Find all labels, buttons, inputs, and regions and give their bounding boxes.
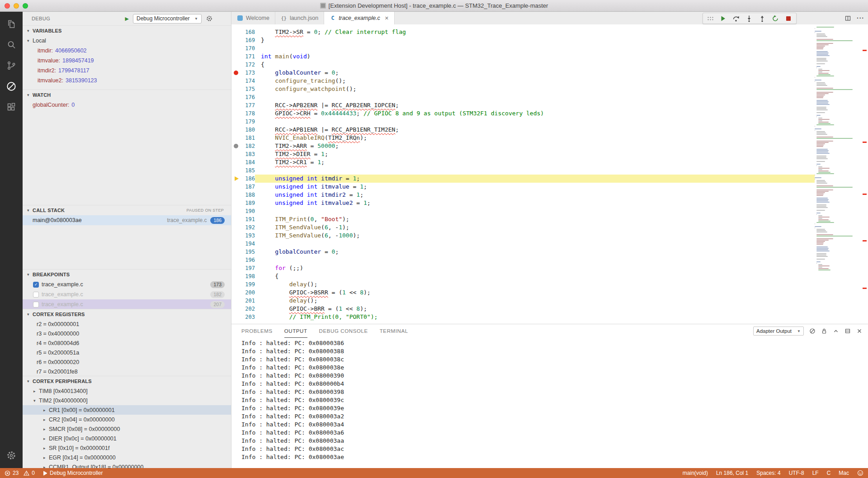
peripheral-row[interactable]: ▸EGR [0x14] = 0x00000000 — [23, 453, 231, 462]
code-text[interactable]: for (;;) — [255, 264, 815, 272]
start-debug-button[interactable]: ▶ — [125, 16, 129, 21]
variable-row[interactable]: itmdir2:1799478117 — [23, 66, 231, 76]
tab-launch-json[interactable]: {}launch.json — [275, 12, 324, 24]
code-text[interactable]: configure_tracing(); — [255, 77, 815, 85]
code-text[interactable]: { — [255, 61, 815, 69]
code-text[interactable] — [255, 118, 815, 126]
search-icon[interactable] — [0, 34, 23, 55]
code-text[interactable]: GPIOC->BRR = (1 << 8); — [255, 305, 815, 313]
code-text[interactable] — [255, 240, 815, 248]
variable-row[interactable]: itmvalue2:3815390123 — [23, 76, 231, 85]
step-into-button[interactable] — [745, 15, 753, 22]
panel-tab-output[interactable]: OUTPUT — [284, 324, 307, 338]
variable-row[interactable]: itmdir:4066950602 — [23, 46, 231, 56]
maximize-window-button[interactable] — [23, 3, 28, 9]
watch-row[interactable]: globalCounter:0 — [23, 100, 231, 110]
code-text[interactable]: globalCounter = 0; — [255, 248, 815, 256]
call-stack-section-header[interactable]: ▾ CALL STACK PAUSED ON STEP — [23, 205, 231, 215]
code-text[interactable]: GPIOC->CRH = 0x44444433; // GPIOC 8 and … — [255, 109, 815, 118]
cortex-peripherals-section-header[interactable]: ▾ CORTEX PERIPHERALS — [23, 376, 231, 386]
debug-icon[interactable] — [0, 76, 23, 97]
code-text[interactable]: TIM2->CR1 = 1; — [255, 158, 815, 166]
code-text[interactable]: unsigned int itmdir = 1; — [255, 175, 815, 183]
register-row[interactable]: r6 = 0x00000020 — [23, 357, 231, 367]
peripheral-row[interactable]: ▸DIER [0x0c] = 0x00000001 — [23, 434, 231, 443]
variables-section-header[interactable]: ▾ VARIABLES — [23, 26, 231, 36]
code-text[interactable] — [255, 93, 815, 101]
code-text[interactable]: unsigned int itmvalue = 1; — [255, 183, 815, 191]
code-text[interactable]: RCC->APB1ENR |= RCC_APB1ENR_TIM2EN; — [255, 126, 815, 134]
breakpoint-gutter[interactable] — [231, 71, 241, 75]
indentation-setting[interactable]: Spaces: 4 — [756, 470, 780, 476]
register-row[interactable]: r5 = 0x2000051a — [23, 348, 231, 357]
code-text[interactable]: GPIOC->BSRR = (1 << 8); — [255, 289, 815, 297]
panel-tab-terminal[interactable]: TERMINAL — [380, 324, 408, 338]
breakpoint-row[interactable]: ✓trace_example.c173 — [23, 279, 231, 289]
register-row[interactable]: r2 = 0x00000001 — [23, 319, 231, 329]
step-over-button[interactable] — [732, 15, 740, 22]
stop-button[interactable] — [785, 15, 792, 22]
code-text[interactable]: TIM2->DIER = 1; — [255, 150, 815, 158]
close-panel-icon[interactable] — [856, 328, 863, 334]
code-text[interactable]: { — [255, 272, 815, 280]
code-text[interactable]: NVIC_EnableIRQ(TIM2_IRQn); — [255, 134, 815, 142]
code-text[interactable]: ITM_Print(0, "Boot"); — [255, 215, 815, 223]
scroll-lock-icon[interactable] — [821, 328, 827, 334]
breakpoint-gutter[interactable] — [231, 176, 241, 181]
problems-status[interactable]: 23 0 — [5, 470, 35, 476]
overview-ruler[interactable] — [860, 24, 868, 324]
variable-row[interactable]: itmvalue:1898457419 — [23, 56, 231, 66]
code-text[interactable]: TIM2->ARR = 50000; — [255, 142, 815, 150]
panel-tab-problems[interactable]: PROBLEMS — [241, 324, 273, 338]
register-row[interactable]: r7 = 0x20001fe8 — [23, 367, 231, 376]
eol-setting[interactable]: LF — [812, 470, 819, 476]
peripheral-row[interactable]: ▸SR [0x10] = 0x0000001f — [23, 443, 231, 453]
peripheral-row[interactable]: ▸CCMR1_Output [0x18] = 0x00000000 — [23, 462, 231, 468]
restart-button[interactable] — [772, 15, 779, 22]
code-area[interactable]: 168 TIM2->SR = 0; // Clear interrupt fla… — [231, 24, 815, 321]
code-text[interactable] — [255, 166, 815, 175]
debug-config-select[interactable]: Debug Microcontroller ▼ — [133, 14, 202, 24]
scope-local[interactable]: ▾ Local — [23, 36, 231, 46]
split-panel-icon[interactable] — [844, 328, 851, 334]
split-editor-icon[interactable] — [844, 15, 851, 22]
minimize-window-button[interactable] — [14, 3, 19, 9]
peripheral-row[interactable]: ▸CR2 [0x04] = 0x00000000 — [23, 415, 231, 424]
breakpoint-checkbox[interactable]: ✓ — [33, 282, 39, 288]
tab-welcome[interactable]: Welcome — [231, 12, 275, 24]
register-row[interactable]: r4 = 0x080004d6 — [23, 338, 231, 348]
breakpoints-section-header[interactable]: ▾ BREAKPOINTS — [23, 270, 231, 279]
more-actions-icon[interactable]: ··· — [857, 14, 864, 22]
breakpoint-gutter[interactable] — [231, 144, 241, 148]
code-text[interactable]: delay(); — [255, 297, 815, 305]
explorer-icon[interactable] — [0, 14, 23, 34]
cortex-registers-section-header[interactable]: ▾ CORTEX REGISTERS — [23, 309, 231, 319]
code-text[interactable] — [255, 44, 815, 52]
code-text[interactable]: RCC->APB2ENR |= RCC_APB2ENR_IOPCEN; — [255, 101, 815, 109]
settings-gear-icon[interactable] — [0, 443, 23, 468]
code-text[interactable] — [255, 207, 815, 215]
code-text[interactable]: unsigned int itmdir2 = 1; — [255, 191, 815, 199]
code-text[interactable] — [255, 256, 815, 264]
toolbar-drag-handle[interactable] — [707, 16, 713, 20]
code-text[interactable]: ITM_SendValue(6, -1); — [255, 223, 815, 232]
extensions-icon[interactable] — [0, 97, 23, 118]
breakpoint-row[interactable]: trace_example.c182 — [23, 289, 231, 299]
breakpoint-checkbox[interactable] — [33, 292, 39, 298]
language-mode[interactable]: C — [827, 470, 831, 476]
peripheral-row[interactable]: ▸TIM8 [0x40013400] — [23, 386, 231, 396]
code-text[interactable]: unsigned int itmvalue2 = 1; — [255, 199, 815, 207]
cursor-position[interactable]: Ln 186, Col 1 — [716, 470, 748, 476]
panel-tab-debug-console[interactable]: DEBUG CONSOLE — [319, 324, 368, 338]
step-out-button[interactable] — [759, 15, 766, 22]
tab-trace-example-c[interactable]: Ctrace_example.c✕ — [324, 12, 395, 24]
code-text[interactable]: delay(); — [255, 280, 815, 289]
maximize-panel-icon[interactable] — [833, 328, 839, 334]
close-window-button[interactable] — [5, 3, 10, 9]
code-text[interactable]: globalCounter = 0; — [255, 69, 815, 77]
breakpoint-checkbox[interactable] — [33, 302, 39, 308]
code-text[interactable]: // ITM_Print(0, "PORT0"); — [255, 313, 815, 321]
code-text[interactable]: configure_watchpoint(); — [255, 85, 815, 93]
configure-gear-icon[interactable] — [206, 15, 213, 22]
peripheral-row[interactable]: ▾TIM2 [0x40000000] — [23, 396, 231, 405]
